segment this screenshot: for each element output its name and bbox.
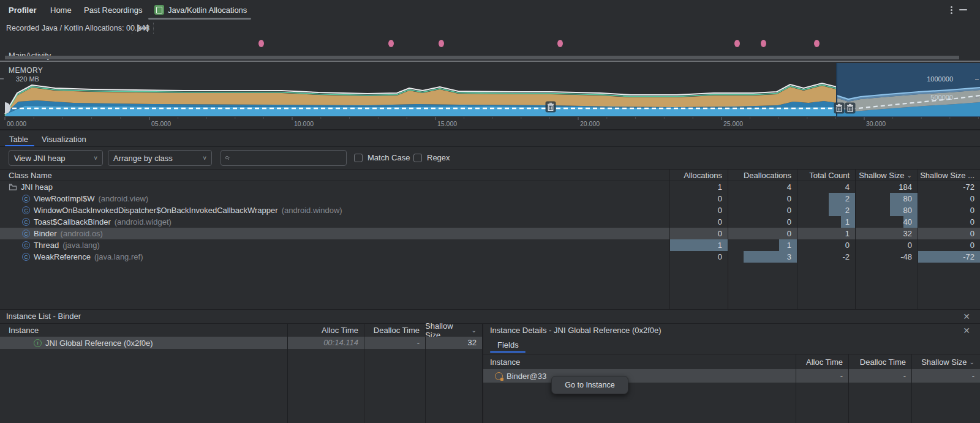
- touch-event-dot[interactable]: [258, 40, 264, 47]
- touch-event-dot[interactable]: [761, 40, 766, 47]
- column-header[interactable]: Shallow Size ...: [918, 170, 974, 181]
- regex-checkbox[interactable]: [413, 154, 422, 162]
- column-header[interactable]: Shallow Size⌄: [911, 354, 974, 370]
- column-header-label: Allocations: [684, 171, 722, 180]
- column-header[interactable]: Alloc Time: [287, 324, 358, 337]
- close-icon[interactable]: ✕: [962, 326, 971, 335]
- cell-value: 0: [845, 239, 850, 251]
- class-icon: C: [22, 195, 30, 203]
- heap-dropdown[interactable]: View JNI heap ˅: [9, 150, 103, 166]
- column-header-label: Dealloc Time: [860, 357, 906, 367]
- arrange-dropdown-value: Arrange by class: [113, 154, 173, 163]
- column-header[interactable]: Dealloc Time: [364, 324, 420, 337]
- tab-visualization[interactable]: Visualization: [42, 133, 86, 145]
- match-case-checkbox[interactable]: [354, 154, 363, 162]
- tab-profiler[interactable]: Profiler: [9, 0, 37, 20]
- table-row[interactable]: CBinder(android.os)001320: [0, 228, 980, 239]
- zoom-to-fit-icon[interactable]: [136, 23, 149, 33]
- touch-event-dot[interactable]: [557, 40, 563, 47]
- search-input[interactable]: [232, 153, 342, 163]
- svg-text:05.000: 05.000: [151, 120, 171, 127]
- cell-value: 0: [718, 204, 722, 216]
- column-header-label: Class Name: [9, 171, 52, 180]
- column-header-label: Shallow Size: [859, 171, 904, 180]
- column-header-label: Deallocations: [744, 171, 791, 180]
- table-row[interactable]: CThread(java.lang)11000: [0, 239, 980, 251]
- package-name: (android.window): [282, 206, 342, 215]
- cell-value: 1: [718, 239, 722, 251]
- cell-value: 0: [787, 204, 791, 216]
- tab-table[interactable]: Table: [9, 133, 28, 145]
- cell-value: 40: [903, 216, 912, 228]
- column-header[interactable]: Deallocations: [728, 170, 791, 181]
- class-name: Thread: [34, 241, 59, 250]
- column-header-label: Instance: [490, 357, 520, 367]
- column-header-label: Dealloc Time: [374, 326, 420, 335]
- cell-value: -: [848, 369, 906, 383]
- cell-value: 32: [425, 337, 477, 349]
- go-to-instance-popup[interactable]: Go to Instance: [551, 376, 628, 394]
- cell-value: -48: [900, 251, 912, 263]
- table-row[interactable]: CViewRootImpl$W(android.view)002800: [0, 193, 980, 204]
- column-header[interactable]: Shallow Size⌄: [425, 324, 477, 337]
- cell-value: 2: [845, 204, 850, 216]
- class-name: Toast$CallbackBinder: [34, 217, 111, 226]
- minimize-icon[interactable]: [959, 9, 967, 10]
- table-row[interactable]: CWeakReference(java.lang.ref)03-2-48-72: [0, 251, 980, 263]
- svg-text:500000: 500000: [930, 94, 953, 101]
- tab-past-recordings[interactable]: Past Recordings: [84, 0, 142, 20]
- table-row[interactable]: CWindowOnBackInvokedDispatcher$OnBackInv…: [0, 204, 980, 216]
- chevron-down-icon: ˅: [203, 155, 206, 162]
- instance-list-panel: InstanceAlloc TimeDealloc TimeShallow Si…: [0, 324, 482, 423]
- instance-label: Binder@33: [507, 372, 546, 381]
- cell-value: 1: [845, 228, 850, 239]
- column-header[interactable]: Total Count: [797, 170, 850, 181]
- cell-value: 0: [970, 228, 974, 239]
- column-header[interactable]: Instance: [490, 354, 791, 370]
- cell-value: 0: [787, 228, 791, 239]
- user-events-track[interactable]: [0, 37, 980, 50]
- memory-track: 100000050000000.00005.00010.00015.00020.…: [0, 63, 980, 129]
- arrange-dropdown[interactable]: Arrange by class ˅: [108, 150, 212, 166]
- svg-text:20.000: 20.000: [580, 120, 600, 127]
- class-table-header: Class NameAllocationsDeallocationsTotal …: [0, 170, 980, 181]
- cell-value: 0: [908, 239, 912, 251]
- instance-row[interactable]: IJNI Global Reference (0x2f0e)00:14.114-…: [0, 337, 482, 349]
- value-bar: [829, 193, 855, 204]
- column-header[interactable]: Dealloc Time: [848, 354, 906, 370]
- activity-lifecycle-bar[interactable]: [5, 56, 959, 59]
- touch-event-dot[interactable]: [439, 40, 444, 47]
- track-separator: [0, 61, 980, 62]
- cell-value: 184: [899, 181, 912, 193]
- cell-value: 0: [718, 251, 722, 263]
- column-header[interactable]: Instance: [9, 324, 282, 337]
- tab-fields[interactable]: Fields: [497, 340, 519, 350]
- column-header[interactable]: Class Name: [9, 170, 665, 181]
- cell-value: 0: [970, 193, 974, 204]
- tab-java-kotlin-allocations[interactable]: Java/Kotlin Allocations: [154, 0, 247, 20]
- cell-value: -: [364, 337, 420, 349]
- close-icon[interactable]: ✕: [962, 312, 971, 321]
- sort-desc-icon: ⌄: [907, 172, 912, 179]
- kebab-menu-icon[interactable]: [948, 5, 954, 15]
- column-header[interactable]: Shallow Size⌄: [855, 170, 912, 181]
- column-header[interactable]: Allocations: [669, 170, 722, 181]
- memory-chart[interactable]: 100000050000000.00005.00010.00015.00020.…: [0, 63, 980, 129]
- column-header-label: Total Count: [809, 171, 850, 180]
- cell-value: 0: [970, 216, 974, 228]
- touch-event-dot[interactable]: [388, 40, 394, 47]
- cell-value: 0: [970, 204, 974, 216]
- memory-track-title: MEMORY: [9, 66, 43, 75]
- tab-label: Java/Kotlin Allocations: [168, 6, 247, 15]
- touch-event-dot[interactable]: [734, 40, 740, 47]
- table-row[interactable]: CToast$CallbackBinder(android.widget)001…: [0, 216, 980, 228]
- column-header[interactable]: Alloc Time: [796, 354, 843, 370]
- class-icon: C: [22, 218, 30, 226]
- table-row[interactable]: JNI heap144184-72: [0, 181, 980, 193]
- memory-axis-max-label: 320 MB: [16, 75, 39, 83]
- search-box[interactable]: [221, 150, 347, 166]
- class-name: WeakReference: [34, 252, 91, 261]
- touch-event-dot[interactable]: [814, 40, 820, 47]
- tab-home[interactable]: Home: [50, 0, 72, 20]
- recording-toolbar: Recorded Java / Kotlin Allocations: 00.1…: [0, 20, 980, 37]
